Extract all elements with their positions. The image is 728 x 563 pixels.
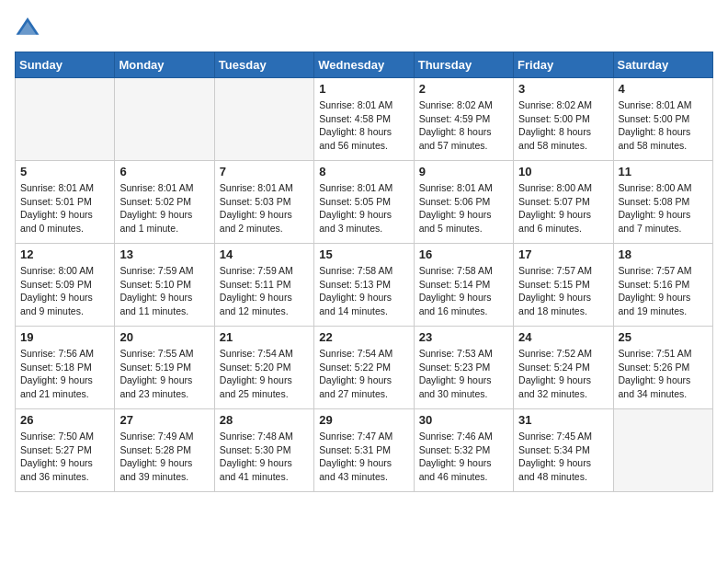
calendar-cell: 22Sunrise: 7:54 AMSunset: 5:22 PMDayligh… xyxy=(314,327,414,409)
day-info: Sunrise: 7:51 AMSunset: 5:26 PMDaylight:… xyxy=(619,347,708,401)
day-info: Sunrise: 7:59 AMSunset: 5:10 PMDaylight:… xyxy=(119,264,209,318)
weekday-header-friday: Friday xyxy=(514,52,613,78)
day-info: Sunrise: 7:53 AMSunset: 5:23 PMDaylight:… xyxy=(419,347,508,401)
day-number: 27 xyxy=(119,413,209,427)
day-number: 23 xyxy=(419,330,508,344)
calendar-week-row: 19Sunrise: 7:56 AMSunset: 5:18 PMDayligh… xyxy=(16,327,713,409)
calendar-cell: 18Sunrise: 7:57 AMSunset: 5:16 PMDayligh… xyxy=(613,244,712,327)
day-number: 10 xyxy=(518,165,608,178)
calendar-cell: 14Sunrise: 7:59 AMSunset: 5:11 PMDayligh… xyxy=(214,244,313,327)
day-info: Sunrise: 8:02 AMSunset: 5:00 PMDaylight:… xyxy=(518,98,608,153)
day-info: Sunrise: 8:00 AMSunset: 5:08 PMDaylight:… xyxy=(619,181,708,236)
calendar-cell xyxy=(16,78,115,161)
day-number: 7 xyxy=(220,165,309,178)
calendar-cell: 23Sunrise: 7:53 AMSunset: 5:23 PMDayligh… xyxy=(414,327,513,409)
day-number: 22 xyxy=(319,330,408,344)
calendar-week-row: 5Sunrise: 8:01 AMSunset: 5:01 PMDaylight… xyxy=(16,161,713,244)
day-info: Sunrise: 8:00 AMSunset: 5:09 PMDaylight:… xyxy=(20,264,109,318)
day-number: 17 xyxy=(518,247,608,261)
calendar-cell: 15Sunrise: 7:58 AMSunset: 5:13 PMDayligh… xyxy=(314,244,414,327)
calendar-cell: 26Sunrise: 7:50 AMSunset: 5:27 PMDayligh… xyxy=(16,409,115,492)
day-number: 1 xyxy=(319,82,408,96)
day-info: Sunrise: 7:59 AMSunset: 5:11 PMDaylight:… xyxy=(220,264,309,318)
day-number: 24 xyxy=(518,330,608,344)
day-number: 3 xyxy=(518,82,608,96)
day-number: 30 xyxy=(419,413,508,427)
day-info: Sunrise: 7:50 AMSunset: 5:27 PMDaylight:… xyxy=(20,430,109,484)
day-info: Sunrise: 8:01 AMSunset: 5:03 PMDaylight:… xyxy=(220,181,309,236)
day-number: 31 xyxy=(518,413,608,427)
day-info: Sunrise: 7:57 AMSunset: 5:16 PMDaylight:… xyxy=(619,264,708,318)
logo-icon xyxy=(15,15,40,40)
day-info: Sunrise: 7:56 AMSunset: 5:18 PMDaylight:… xyxy=(20,347,109,401)
day-info: Sunrise: 7:58 AMSunset: 5:14 PMDaylight:… xyxy=(419,264,508,318)
calendar-cell: 11Sunrise: 8:00 AMSunset: 5:08 PMDayligh… xyxy=(613,161,712,244)
calendar-cell: 25Sunrise: 7:51 AMSunset: 5:26 PMDayligh… xyxy=(613,327,712,409)
calendar-cell xyxy=(115,78,214,161)
day-info: Sunrise: 8:00 AMSunset: 5:07 PMDaylight:… xyxy=(518,181,608,236)
calendar-cell: 6Sunrise: 8:01 AMSunset: 5:02 PMDaylight… xyxy=(115,161,214,244)
calendar-cell: 29Sunrise: 7:47 AMSunset: 5:31 PMDayligh… xyxy=(314,409,414,492)
calendar-cell: 4Sunrise: 8:01 AMSunset: 5:00 PMDaylight… xyxy=(613,78,712,161)
day-info: Sunrise: 7:54 AMSunset: 5:20 PMDaylight:… xyxy=(220,347,309,401)
calendar-cell: 9Sunrise: 8:01 AMSunset: 5:06 PMDaylight… xyxy=(414,161,513,244)
calendar-cell: 30Sunrise: 7:46 AMSunset: 5:32 PMDayligh… xyxy=(414,409,513,492)
day-number: 16 xyxy=(419,247,508,261)
day-info: Sunrise: 7:58 AMSunset: 5:13 PMDaylight:… xyxy=(319,264,408,318)
day-info: Sunrise: 7:46 AMSunset: 5:32 PMDaylight:… xyxy=(419,430,508,484)
day-number: 26 xyxy=(20,413,109,427)
day-number: 5 xyxy=(20,165,109,178)
day-number: 9 xyxy=(419,165,508,178)
day-info: Sunrise: 8:01 AMSunset: 4:58 PMDaylight:… xyxy=(319,98,408,153)
day-info: Sunrise: 8:02 AMSunset: 4:59 PMDaylight:… xyxy=(419,98,508,153)
weekday-header-thursday: Thursday xyxy=(414,52,513,78)
weekday-header-sunday: Sunday xyxy=(16,52,115,78)
calendar-cell: 24Sunrise: 7:52 AMSunset: 5:24 PMDayligh… xyxy=(514,327,613,409)
day-number: 29 xyxy=(319,413,408,427)
calendar-cell xyxy=(613,409,712,492)
day-info: Sunrise: 7:55 AMSunset: 5:19 PMDaylight:… xyxy=(119,347,209,401)
calendar-cell: 10Sunrise: 8:00 AMSunset: 5:07 PMDayligh… xyxy=(514,161,613,244)
day-number: 11 xyxy=(619,165,708,178)
day-info: Sunrise: 7:49 AMSunset: 5:28 PMDaylight:… xyxy=(119,430,209,484)
day-info: Sunrise: 7:47 AMSunset: 5:31 PMDaylight:… xyxy=(319,430,408,484)
day-info: Sunrise: 7:57 AMSunset: 5:15 PMDaylight:… xyxy=(518,264,608,318)
day-number: 28 xyxy=(220,413,309,427)
day-number: 8 xyxy=(319,165,408,178)
calendar-cell: 31Sunrise: 7:45 AMSunset: 5:34 PMDayligh… xyxy=(514,409,613,492)
calendar-cell: 19Sunrise: 7:56 AMSunset: 5:18 PMDayligh… xyxy=(16,327,115,409)
weekday-header-row: SundayMondayTuesdayWednesdayThursdayFrid… xyxy=(16,52,713,78)
calendar-cell: 21Sunrise: 7:54 AMSunset: 5:20 PMDayligh… xyxy=(214,327,313,409)
day-number: 15 xyxy=(319,247,408,261)
day-info: Sunrise: 8:01 AMSunset: 5:01 PMDaylight:… xyxy=(20,181,109,236)
day-info: Sunrise: 8:01 AMSunset: 5:02 PMDaylight:… xyxy=(119,181,209,236)
day-number: 19 xyxy=(20,330,109,344)
day-number: 6 xyxy=(119,165,209,178)
calendar-cell: 5Sunrise: 8:01 AMSunset: 5:01 PMDaylight… xyxy=(16,161,115,244)
calendar-cell: 27Sunrise: 7:49 AMSunset: 5:28 PMDayligh… xyxy=(115,409,214,492)
day-info: Sunrise: 7:45 AMSunset: 5:34 PMDaylight:… xyxy=(518,430,608,484)
day-info: Sunrise: 8:01 AMSunset: 5:00 PMDaylight:… xyxy=(619,98,708,153)
day-number: 18 xyxy=(619,247,708,261)
calendar-cell: 1Sunrise: 8:01 AMSunset: 4:58 PMDaylight… xyxy=(314,78,414,161)
calendar-cell: 13Sunrise: 7:59 AMSunset: 5:10 PMDayligh… xyxy=(115,244,214,327)
header xyxy=(15,15,713,40)
weekday-header-wednesday: Wednesday xyxy=(314,52,414,78)
calendar-week-row: 26Sunrise: 7:50 AMSunset: 5:27 PMDayligh… xyxy=(16,409,713,492)
day-number: 12 xyxy=(20,247,109,261)
day-number: 25 xyxy=(619,330,708,344)
logo xyxy=(15,15,44,40)
day-number: 21 xyxy=(220,330,309,344)
weekday-header-monday: Monday xyxy=(115,52,214,78)
calendar-week-row: 12Sunrise: 8:00 AMSunset: 5:09 PMDayligh… xyxy=(16,244,713,327)
calendar-cell: 12Sunrise: 8:00 AMSunset: 5:09 PMDayligh… xyxy=(16,244,115,327)
day-info: Sunrise: 7:52 AMSunset: 5:24 PMDaylight:… xyxy=(518,347,608,401)
calendar-cell: 20Sunrise: 7:55 AMSunset: 5:19 PMDayligh… xyxy=(115,327,214,409)
day-info: Sunrise: 7:48 AMSunset: 5:30 PMDaylight:… xyxy=(220,430,309,484)
day-number: 20 xyxy=(119,330,209,344)
day-info: Sunrise: 8:01 AMSunset: 5:06 PMDaylight:… xyxy=(419,181,508,236)
calendar-cell: 2Sunrise: 8:02 AMSunset: 4:59 PMDaylight… xyxy=(414,78,513,161)
calendar-cell: 16Sunrise: 7:58 AMSunset: 5:14 PMDayligh… xyxy=(414,244,513,327)
calendar-cell: 7Sunrise: 8:01 AMSunset: 5:03 PMDaylight… xyxy=(214,161,313,244)
calendar-cell: 3Sunrise: 8:02 AMSunset: 5:00 PMDaylight… xyxy=(514,78,613,161)
